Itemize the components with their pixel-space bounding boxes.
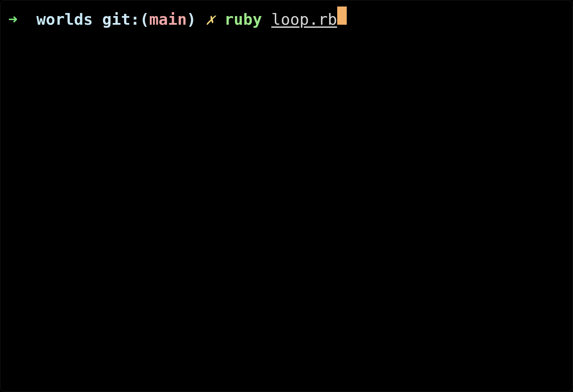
- spacer: [262, 10, 271, 29]
- prompt-line[interactable]: ➜ worlds git:(main) ✗ ruby loop.rb: [8, 7, 565, 29]
- git-suffix: ): [187, 10, 196, 29]
- prompt-arrow-icon: ➜: [8, 10, 18, 29]
- terminal-window[interactable]: ➜ worlds git:(main) ✗ ruby loop.rb: [0, 0, 573, 392]
- spacer: [196, 10, 206, 29]
- command-argument: loop.rb: [271, 10, 337, 29]
- git-branch: main: [149, 10, 187, 29]
- current-directory: worlds: [36, 10, 93, 29]
- command-name: ruby: [225, 10, 262, 29]
- git-dirty-icon: ✗: [205, 10, 215, 29]
- cursor: [337, 7, 347, 25]
- spacer: [215, 10, 225, 29]
- spacer: [18, 10, 36, 29]
- git-prefix: git:(: [102, 10, 149, 29]
- spacer: [93, 10, 102, 29]
